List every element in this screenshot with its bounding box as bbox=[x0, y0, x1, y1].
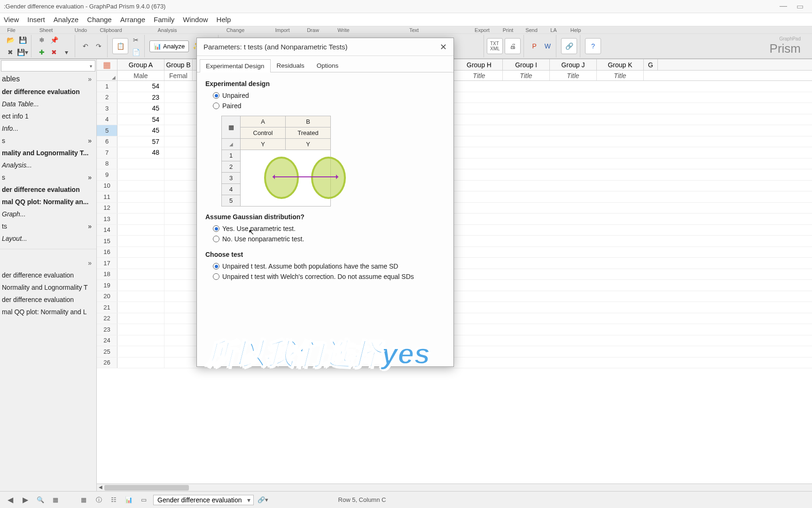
analyze-button[interactable]: 📊 Analyze bbox=[149, 40, 189, 52]
open-icon[interactable]: 📂 bbox=[5, 34, 16, 46]
cell[interactable] bbox=[117, 280, 164, 291]
navigator-recent-expand[interactable]: » bbox=[0, 257, 96, 269]
cell[interactable] bbox=[117, 269, 164, 280]
navigator-section-head[interactable]: ables » bbox=[0, 72, 96, 86]
minimize-icon[interactable]: — bbox=[780, 2, 787, 11]
next-sheet-icon[interactable]: ▶ bbox=[20, 494, 31, 506]
row-header[interactable]: 25 bbox=[97, 346, 117, 357]
cell[interactable] bbox=[117, 181, 164, 191]
sub-male[interactable]: Male bbox=[117, 71, 164, 80]
navigator-item[interactable]: mality and Lognormality T... bbox=[0, 147, 96, 159]
col-head-i[interactable]: Group I bbox=[503, 59, 550, 70]
navigator-recent-item[interactable]: der difference evaluation bbox=[0, 294, 96, 306]
cut-icon[interactable]: ✂ bbox=[130, 34, 141, 46]
row-header[interactable]: 22 bbox=[97, 313, 117, 324]
row-header[interactable]: 9 bbox=[97, 169, 117, 180]
col-head-k[interactable]: Group K bbox=[597, 59, 644, 70]
row-header[interactable]: 4 bbox=[97, 114, 117, 125]
cell[interactable] bbox=[117, 346, 164, 357]
navigator-item[interactable]: ts» bbox=[0, 220, 96, 232]
row-header[interactable]: 23 bbox=[97, 324, 117, 335]
expand-icon[interactable]: » bbox=[88, 75, 94, 83]
row-header[interactable]: 14 bbox=[97, 225, 117, 236]
row-header[interactable]: 15 bbox=[97, 236, 117, 246]
row-header[interactable]: 21 bbox=[97, 302, 117, 313]
col-head-g[interactable]: G bbox=[644, 59, 658, 70]
row-header[interactable]: 16 bbox=[97, 247, 117, 258]
sub-female[interactable]: Femal bbox=[164, 71, 193, 80]
cell[interactable] bbox=[117, 291, 164, 302]
tab-residuals[interactable]: Residuals bbox=[271, 59, 311, 72]
info-icon[interactable]: ⓘ bbox=[93, 494, 104, 506]
cell[interactable] bbox=[117, 236, 164, 246]
menu-view[interactable]: View bbox=[4, 16, 19, 24]
menu-help[interactable]: Help bbox=[217, 16, 231, 24]
export-icon[interactable]: TXTXML bbox=[487, 38, 503, 54]
row-header[interactable]: 8 bbox=[97, 159, 117, 169]
cell[interactable] bbox=[117, 335, 164, 346]
prev-sheet-icon[interactable]: ◀ bbox=[5, 494, 16, 506]
chevron-down-icon[interactable]: ▾ bbox=[87, 64, 95, 69]
row-header[interactable]: 2 bbox=[97, 92, 117, 103]
radio-welch[interactable]: Unpaired t test with Welch's correction.… bbox=[205, 271, 445, 282]
maximize-icon[interactable]: ▭ bbox=[796, 2, 804, 11]
navigator-item[interactable]: ect info 1 bbox=[0, 110, 96, 122]
cell[interactable] bbox=[117, 302, 164, 313]
horizontal-scrollbar[interactable]: ◀ bbox=[97, 484, 812, 491]
sub-title-i[interactable]: Title bbox=[503, 71, 550, 80]
row-header[interactable]: 3 bbox=[97, 103, 117, 114]
zoom-icon[interactable]: 🔍 bbox=[35, 494, 46, 506]
new-sheet-icon[interactable]: ❄ bbox=[36, 34, 47, 46]
navigator-item[interactable]: Data Table... bbox=[0, 98, 96, 110]
menu-window[interactable]: Window bbox=[183, 16, 208, 24]
add-icon[interactable]: ✚ bbox=[36, 47, 47, 58]
cell[interactable] bbox=[117, 313, 164, 324]
grid-icon[interactable]: ▦ bbox=[78, 494, 89, 506]
cell[interactable]: 48 bbox=[117, 147, 164, 158]
cell[interactable] bbox=[117, 225, 164, 236]
navigator-item[interactable]: Graph... bbox=[0, 208, 96, 220]
results-icon[interactable]: ☷ bbox=[108, 494, 119, 506]
expand-icon[interactable]: » bbox=[88, 174, 94, 181]
row-header[interactable]: 10 bbox=[97, 181, 117, 191]
close-icon[interactable]: ✕ bbox=[440, 42, 447, 52]
navigator-recent-item[interactable]: mal QQ plot: Normality and L bbox=[0, 306, 96, 318]
radio-paired[interactable]: Paired bbox=[205, 101, 445, 111]
print-icon[interactable]: 🖨 bbox=[505, 38, 521, 54]
powerpoint-icon[interactable]: P bbox=[529, 40, 540, 52]
navigator-item[interactable]: s» bbox=[0, 171, 96, 183]
cell[interactable]: 57 bbox=[117, 136, 164, 147]
navigator-recent-item[interactable]: Normality and Lognormality T bbox=[0, 281, 96, 294]
cell[interactable]: 54 bbox=[117, 81, 164, 92]
close-icon[interactable]: ✖ bbox=[5, 47, 16, 58]
row-header[interactable]: 26 bbox=[97, 357, 117, 368]
expand-icon[interactable]: » bbox=[88, 222, 94, 230]
navigator-search[interactable]: ▾ bbox=[1, 60, 95, 71]
menu-analyze[interactable]: Analyze bbox=[54, 16, 78, 24]
radio-same-sd[interactable]: Unpaired t test. Assume both populations… bbox=[205, 261, 445, 271]
scrollbar-thumb[interactable] bbox=[104, 485, 189, 491]
navigator-recent-item[interactable]: der difference evaluation bbox=[0, 269, 96, 281]
col-head-a[interactable]: Group A bbox=[117, 59, 164, 70]
la-icon[interactable]: 🔗 bbox=[561, 38, 577, 54]
cell[interactable] bbox=[117, 214, 164, 224]
row-header[interactable]: 24 bbox=[97, 335, 117, 346]
row-header[interactable]: 11 bbox=[97, 191, 117, 202]
cell[interactable] bbox=[117, 159, 164, 169]
row-header[interactable]: 17 bbox=[97, 258, 117, 269]
navigator-item[interactable]: Analysis... bbox=[0, 159, 96, 171]
cell[interactable] bbox=[117, 258, 164, 269]
cell[interactable] bbox=[117, 357, 164, 368]
row-header[interactable]: 5 bbox=[97, 125, 117, 136]
graph-icon[interactable]: 📊 bbox=[123, 494, 134, 506]
cell[interactable] bbox=[117, 169, 164, 180]
cell[interactable] bbox=[117, 324, 164, 335]
navigator-item[interactable]: s» bbox=[0, 135, 96, 147]
row-header[interactable]: 20 bbox=[97, 291, 117, 302]
sub-title-h[interactable]: Title bbox=[456, 71, 503, 80]
menu-insert[interactable]: Insert bbox=[27, 16, 45, 24]
paste-icon[interactable]: 📋 bbox=[112, 38, 128, 54]
radio-parametric[interactable]: Yes. Use parametric test. bbox=[205, 223, 445, 234]
menu-change[interactable]: Change bbox=[87, 16, 112, 24]
col-head-b[interactable]: Group B bbox=[164, 59, 193, 70]
